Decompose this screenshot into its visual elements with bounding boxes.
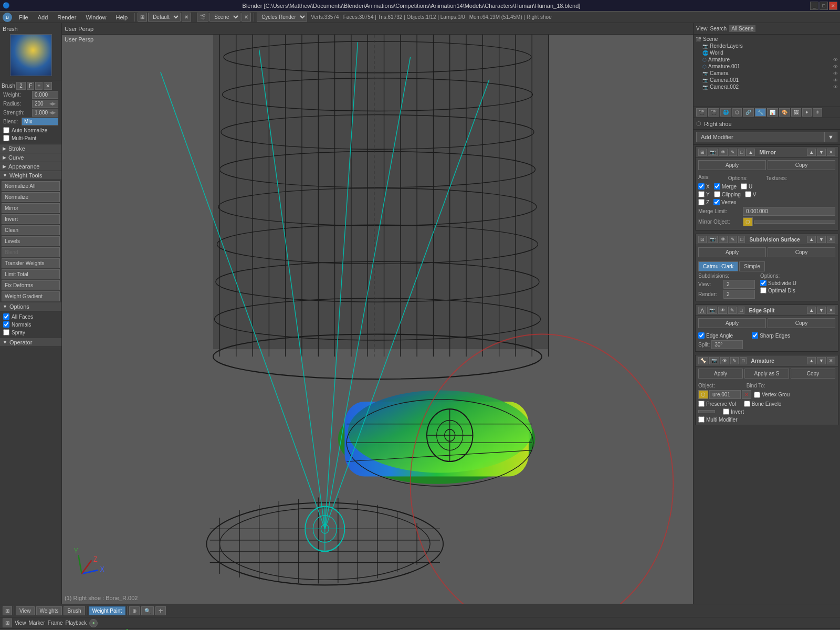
scene-controls[interactable]: ✕ bbox=[242, 13, 251, 22]
edgesplit-render-btn[interactable]: 📷 bbox=[707, 307, 717, 314]
mirror-clipping-checkbox[interactable] bbox=[714, 191, 720, 197]
subsurf-render-btn[interactable]: 📷 bbox=[708, 236, 718, 243]
armature-apply-btn[interactable]: Apply bbox=[698, 369, 743, 379]
blend-select[interactable]: Mix bbox=[22, 118, 58, 125]
mirror-render-btn[interactable]: 📷 bbox=[708, 149, 718, 156]
camera-visibility-icon[interactable]: 👁 bbox=[833, 71, 838, 76]
edgesplit-copy-btn[interactable]: Copy bbox=[768, 318, 835, 328]
bone-envelope-checkbox[interactable] bbox=[744, 401, 750, 407]
view-menu-btn[interactable]: View bbox=[16, 606, 35, 615]
transfer-weights-btn[interactable]: Transfer Weights bbox=[2, 258, 60, 268]
brush-f-btn[interactable]: F bbox=[27, 82, 34, 90]
tree-world[interactable]: 🌐 World bbox=[695, 49, 839, 56]
armature-edit-btn[interactable]: ✎ bbox=[730, 357, 739, 364]
tree-camera-002[interactable]: 📷 Camera.002 👁 bbox=[695, 83, 839, 90]
timeline-marker-btn[interactable]: Marker bbox=[29, 620, 45, 626]
scene-props-btn[interactable]: 🎬 bbox=[708, 108, 719, 117]
edgesplit-eye-btn[interactable]: 👁 bbox=[718, 307, 727, 314]
minimize-button[interactable]: _ bbox=[810, 2, 818, 10]
world-props-btn[interactable]: 🌐 bbox=[720, 108, 731, 117]
menu-window[interactable]: Window bbox=[81, 13, 110, 22]
mirror-expand-btn[interactable]: ▲ bbox=[746, 149, 755, 156]
multi-modifier-checkbox[interactable] bbox=[698, 416, 705, 423]
screen-layout-btn[interactable]: ⊞ bbox=[138, 13, 147, 22]
mirror-eye-btn[interactable]: 👁 bbox=[719, 149, 728, 156]
tree-renderlayers[interactable]: 📷 RenderLayers bbox=[695, 43, 839, 49]
menu-add[interactable]: Add bbox=[34, 13, 52, 22]
optimal-dis-checkbox[interactable] bbox=[760, 287, 766, 293]
tree-camera[interactable]: 📷 Camera 👁 bbox=[695, 70, 839, 77]
outliner-search-tab[interactable]: Search bbox=[710, 26, 727, 32]
maximize-button[interactable]: □ bbox=[820, 2, 828, 10]
weight-tools-section-header[interactable]: ▼ Weight Tools bbox=[0, 171, 61, 180]
fix-deforms-btn[interactable]: Fix Deforms bbox=[2, 280, 60, 290]
armature-copy-btn[interactable]: Copy bbox=[791, 369, 835, 379]
levels-btn[interactable]: Levels bbox=[2, 236, 60, 246]
armature-eye-btn[interactable]: 👁 bbox=[720, 357, 729, 364]
subsurf-up-btn[interactable]: ▲ bbox=[807, 236, 816, 243]
close-button[interactable]: ✕ bbox=[829, 2, 837, 10]
mirror-v-checkbox[interactable] bbox=[745, 191, 751, 197]
armature-delete-btn[interactable]: ✕ bbox=[827, 357, 835, 364]
mirror-apply-btn[interactable]: Apply bbox=[698, 160, 766, 170]
split-field[interactable]: 30° bbox=[711, 340, 743, 349]
constraint-props-btn[interactable]: 🔗 bbox=[743, 108, 754, 117]
armature001-visibility-icon[interactable]: 👁 bbox=[833, 64, 838, 69]
edgesplit-edit-btn[interactable]: ✎ bbox=[728, 307, 737, 314]
spray-checkbox[interactable] bbox=[3, 329, 9, 335]
normalize-btn[interactable]: Normalize bbox=[2, 192, 60, 202]
menu-help[interactable]: Help bbox=[112, 13, 132, 22]
render-engine-select[interactable]: Cycles Render bbox=[257, 13, 307, 22]
brush-add-btn[interactable]: + bbox=[35, 82, 43, 90]
invert-btn[interactable]: Invert bbox=[2, 214, 60, 224]
weights-menu-btn[interactable]: Weights bbox=[36, 606, 62, 615]
armature-apply-as-btn[interactable]: Apply as S bbox=[744, 369, 789, 379]
object-props-btn[interactable]: ⬡ bbox=[732, 108, 742, 117]
armature-remove-btn[interactable]: ✕ bbox=[742, 390, 751, 399]
material-props-btn[interactable]: 🎨 bbox=[779, 108, 790, 117]
menu-render[interactable]: Render bbox=[53, 13, 80, 22]
camera001-visibility-icon[interactable]: 👁 bbox=[833, 78, 838, 83]
render-field[interactable]: 2 bbox=[723, 290, 755, 299]
physics-props-btn[interactable]: ⚛ bbox=[813, 108, 822, 117]
view-field[interactable]: 2 bbox=[723, 280, 755, 289]
radius-field[interactable]: 200 ◀▶ bbox=[32, 100, 58, 108]
scene-select[interactable]: Scene bbox=[209, 13, 240, 22]
mirror-vertex-checkbox[interactable] bbox=[713, 199, 720, 205]
normals-checkbox[interactable] bbox=[3, 321, 9, 328]
weight-field[interactable]: 0.000 bbox=[32, 91, 58, 99]
armature-object-field[interactable]: ure.001 bbox=[709, 390, 741, 399]
options-section-header[interactable]: ▼ Options bbox=[0, 302, 61, 311]
armature-visibility-icon[interactable]: 👁 bbox=[833, 57, 838, 62]
mirror-merge-checkbox[interactable] bbox=[714, 183, 720, 190]
tree-scene[interactable]: 🎬 Scene bbox=[695, 36, 839, 43]
blend-btn[interactable]: Blend bbox=[2, 247, 60, 257]
subdivide-u-checkbox[interactable] bbox=[760, 280, 766, 286]
brush-del-btn[interactable]: ✕ bbox=[44, 82, 52, 90]
add-modifier-dropdown[interactable]: ▼ bbox=[824, 132, 837, 142]
mirror-up-btn[interactable]: ▲ bbox=[807, 149, 816, 156]
transform-icon[interactable]: ✛ bbox=[155, 606, 166, 615]
all-faces-checkbox[interactable] bbox=[3, 313, 9, 320]
outliner-allscene-tab[interactable]: All Scene bbox=[729, 25, 755, 32]
screen-controls[interactable]: ✕ bbox=[182, 13, 191, 22]
armature-render-btn[interactable]: 📷 bbox=[709, 357, 719, 364]
layout-select[interactable]: Default bbox=[148, 13, 181, 22]
vertex-group-checkbox[interactable] bbox=[754, 392, 760, 398]
edgesplit-apply-btn[interactable]: Apply bbox=[698, 318, 766, 328]
armature-up-btn[interactable]: ▲ bbox=[807, 357, 816, 364]
stroke-section-header[interactable]: ▶ Stroke bbox=[0, 144, 61, 153]
viewport-type-btn[interactable]: ⊞ bbox=[3, 606, 12, 615]
subsurf-eye-btn[interactable]: 👁 bbox=[719, 236, 728, 243]
mirror-btn[interactable]: Mirror bbox=[2, 203, 60, 213]
menu-file[interactable]: File bbox=[15, 13, 33, 22]
timeline-playback-btn[interactable]: Playback bbox=[66, 620, 87, 626]
timeline-type-btn[interactable]: ⊞ bbox=[3, 618, 12, 627]
mirror-z-checkbox[interactable] bbox=[698, 199, 705, 205]
edgesplit-cage-btn[interactable]: □ bbox=[738, 307, 744, 314]
mirror-edit-btn[interactable]: ✎ bbox=[729, 149, 737, 156]
mirror-delete-btn[interactable]: ✕ bbox=[827, 149, 835, 156]
limit-total-btn[interactable]: Limit Total bbox=[2, 269, 60, 279]
viewport[interactable]: User Persp bbox=[62, 23, 693, 604]
clean-btn[interactable]: Clean bbox=[2, 225, 60, 235]
